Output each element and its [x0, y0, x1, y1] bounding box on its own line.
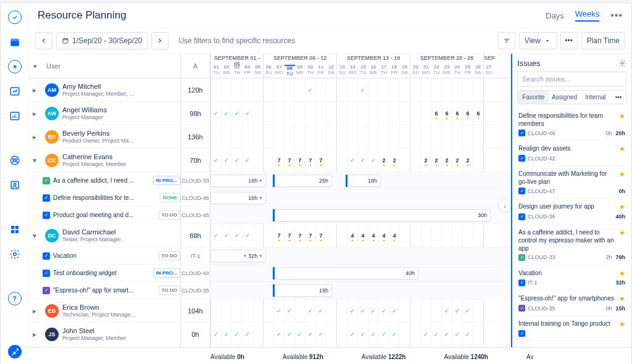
tab-assigned[interactable]: Assigned: [549, 91, 580, 104]
issue-item[interactable]: Realign dev assets★✓CLOUD-42: [517, 141, 626, 166]
issue-title: As a caffeine addict, I need to control …: [518, 228, 617, 252]
apps-icon[interactable]: [8, 223, 22, 236]
timeline-grid[interactable]: SEPTEMBER 01 - 0501TU02WE03TH04FR05SASEP…: [210, 54, 511, 347]
gear-icon[interactable]: [618, 59, 626, 67]
star-icon[interactable]: ★: [619, 112, 625, 120]
chevron-icon[interactable]: ▸: [33, 133, 41, 141]
user-row[interactable]: ▸AMAmy MitchellProject Manager, Member, …: [29, 78, 180, 102]
task-label: Vacation: [53, 252, 156, 259]
issue-key: CLOUD-35: [528, 305, 555, 312]
chevron-icon[interactable]: ▸: [33, 330, 41, 339]
filter-hint[interactable]: Use filters to find specific resources: [178, 36, 295, 45]
date-range-picker[interactable]: 1/Sep/20 - 30/Sep/20: [56, 32, 148, 49]
task-grid-row: 16h +25h18h: [210, 172, 511, 189]
plan-time-button[interactable]: Plan Time: [581, 32, 625, 49]
star-icon[interactable]: ★: [619, 202, 625, 211]
user-row[interactable]: ▸BPBeverly PerkinsProduct Owner, Project…: [29, 125, 180, 149]
calendar-sm-icon: [62, 37, 69, 44]
hours-column: A 120h98h136h70hCLOUD-33CLOUD-46CLOUD-45…: [181, 54, 210, 347]
avatar: BP: [45, 130, 59, 144]
issue-item[interactable]: "Espress-oh!" app for smartphones★✓CLOUD…: [517, 291, 626, 316]
footer-stat: Av: [526, 354, 534, 360]
settings-icon[interactable]: [8, 247, 22, 261]
issue-title: Internal training on Tango product: [518, 320, 610, 328]
task-bar[interactable]: 30h: [273, 209, 491, 221]
expand-icon[interactable]: [8, 60, 22, 73]
user-name: Erica Brown: [62, 304, 136, 312]
star-icon[interactable]: ★: [619, 228, 625, 237]
user-row[interactable]: ▸AWAngel WilliamsProject Manager: [29, 102, 180, 125]
issue-item[interactable]: As a caffeine addict, I need to control …: [517, 225, 626, 265]
issue-item[interactable]: Internal training on Tango product★✓: [517, 316, 626, 341]
issue-type-icon: ✓: [518, 188, 525, 194]
task-bar[interactable]: 18h: [346, 175, 381, 187]
issue-item[interactable]: Design user journey for app★✓CLOUD-3640h: [517, 199, 626, 224]
tab-favorite[interactable]: Favorite: [518, 91, 549, 104]
user-icon[interactable]: [8, 178, 22, 192]
star-icon[interactable]: ★: [619, 294, 625, 303]
user-role: Tester, Project Manager: [62, 236, 121, 242]
logo-check-icon[interactable]: [8, 10, 22, 24]
issue-key: IT-1: [528, 279, 538, 286]
task-grid-row: 16h +: [210, 189, 511, 207]
expand-panel-icon[interactable]: ›: [498, 199, 511, 213]
star-icon[interactable]: ★: [619, 144, 625, 153]
report-icon[interactable]: [8, 109, 22, 123]
chevron-icon[interactable]: ▸: [33, 109, 41, 118]
task-row[interactable]: ✓As a caffeine addict, I need ...IN PRO.…: [29, 172, 180, 189]
team-icon[interactable]: [8, 154, 22, 167]
user-pane: ▸ User ▸AMAmy MitchellProject Manager, M…: [29, 54, 181, 347]
tab-days[interactable]: Days: [546, 11, 564, 20]
issue-key: CLOUD-42: [528, 155, 555, 162]
task-bar[interactable]: 15h: [273, 284, 332, 297]
filter-icon[interactable]: [498, 32, 515, 49]
calendar-icon[interactable]: [8, 35, 22, 49]
chevron-icon[interactable]: ▾: [33, 231, 41, 240]
view-dropdown[interactable]: View: [519, 32, 557, 49]
task-row[interactable]: ✓VacationTO DO: [29, 247, 180, 265]
user-row[interactable]: ▾CECatherine EvansProject Manager, Membe…: [29, 149, 180, 172]
issues-title: Issues: [517, 59, 541, 68]
task-row[interactable]: ✓Define responsibilities for te...DONE: [29, 189, 180, 207]
user-role: Project Manager: [62, 114, 107, 120]
chevron-icon[interactable]: ▸: [33, 86, 41, 94]
task-bar[interactable]: + 32h +: [210, 250, 266, 262]
issue-item[interactable]: Communicate with Marketing for go-live p…: [517, 166, 626, 199]
grid-row: ✓✓✓✓✓✓✓✓✓✓✓✓✓✓✓✓✓✓✓: [210, 323, 511, 346]
star-icon[interactable]: ★: [619, 170, 625, 178]
issue-item[interactable]: Define responsibilities for team members…: [517, 108, 626, 141]
issue-item[interactable]: Vacation★✓IT-132h: [517, 265, 626, 291]
task-row[interactable]: ✓Product goal meeting and d...TO DO: [29, 207, 180, 224]
task-bar[interactable]: 16h +: [210, 175, 266, 187]
user-row[interactable]: ▾DCDavid CarmichaelTester, Project Manag…: [29, 224, 180, 247]
tab-weeks[interactable]: Weeks: [575, 9, 600, 22]
search-input[interactable]: Search issues...: [517, 72, 626, 86]
task-row[interactable]: ✓"Espress-oh!" app for smart...TO DO: [29, 282, 180, 299]
user-name: Angel Williams: [62, 106, 107, 114]
issue-type-icon: ✓: [518, 279, 525, 286]
prev-button[interactable]: [35, 32, 52, 49]
task-bar[interactable]: 16h +: [210, 192, 266, 204]
task-bar[interactable]: 40h: [273, 267, 418, 279]
hours-header: A: [181, 54, 210, 78]
tab-more[interactable]: •••: [611, 91, 626, 104]
user-role: Technician, Project Manager, ...: [62, 312, 136, 318]
star-icon[interactable]: ★: [619, 320, 625, 328]
help-icon[interactable]: ?: [8, 292, 22, 305]
user-row[interactable]: ▸JSJohn SteelProject Manager, Member: [29, 323, 180, 346]
issues-tabs: Favorite Assigned Internal •••: [517, 90, 626, 104]
next-button[interactable]: [151, 32, 168, 49]
date-range-label: 1/Sep/20 - 30/Sep/20: [72, 36, 142, 45]
toolbar-more-icon[interactable]: •••: [560, 32, 578, 49]
chevron-icon[interactable]: ▾: [33, 156, 41, 165]
tab-internal[interactable]: Internal: [580, 91, 611, 104]
star-icon[interactable]: ★: [619, 269, 625, 278]
pin-icon[interactable]: [8, 345, 22, 358]
task-row[interactable]: ✓Test onboarding widgetIN PRO...: [29, 265, 180, 282]
user-row[interactable]: ▸EBErica BrownTechnician, Project Manage…: [29, 299, 180, 323]
collapse-all-icon[interactable]: ▸: [34, 62, 43, 70]
chevron-icon[interactable]: ▸: [33, 307, 41, 315]
chart-icon[interactable]: [8, 85, 22, 98]
task-bar[interactable]: 25h: [273, 175, 332, 187]
more-icon[interactable]: •••: [610, 10, 623, 21]
